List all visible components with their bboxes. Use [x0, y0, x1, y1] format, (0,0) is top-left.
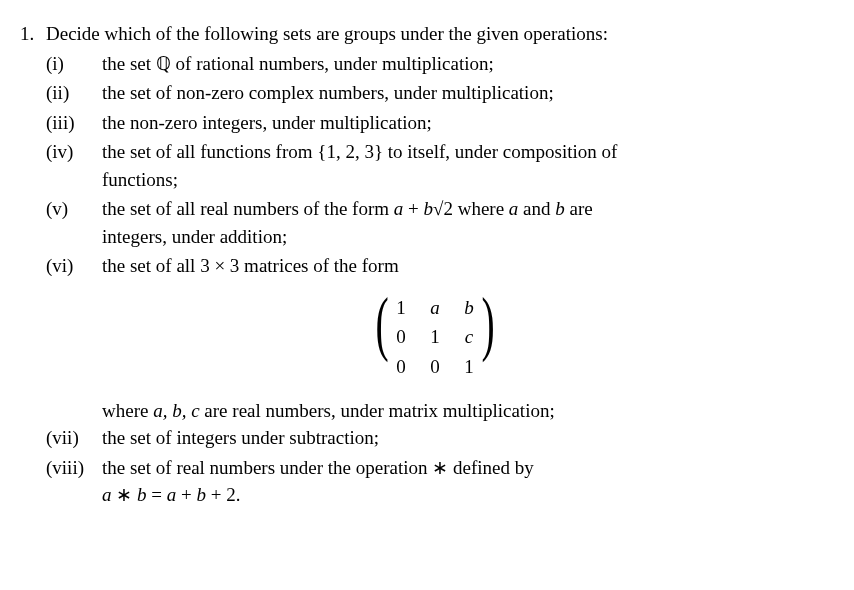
- var-a: a: [394, 198, 404, 219]
- symbol-Q: ℚ: [156, 53, 171, 74]
- item-number: (iii): [46, 109, 102, 137]
- cell: 0: [428, 353, 442, 381]
- matrix-cells: 1 a b 0 1 c 0 0 1: [388, 290, 482, 385]
- line: the set of all functions from {1, 2, 3} …: [102, 138, 824, 166]
- var-a: a: [167, 484, 177, 505]
- text: the set: [102, 53, 156, 74]
- item-viii: (viii) the set of real numbers under the…: [46, 454, 824, 509]
- cell: 0: [394, 353, 408, 381]
- item-text: the set of all 3 × 3 matrices of the for…: [102, 252, 824, 280]
- problem-body: Decide which of the following sets are g…: [46, 20, 824, 511]
- text: + 2.: [206, 484, 240, 505]
- cell: b: [462, 294, 476, 322]
- line: the set of all real numbers of the form …: [102, 195, 824, 223]
- item-i: (i) the set ℚ of rational numbers, under…: [46, 50, 824, 78]
- item-list: (i) the set ℚ of rational numbers, under…: [46, 50, 824, 509]
- var-b: b: [555, 198, 565, 219]
- item-number: (vi): [46, 252, 102, 280]
- item-text: the set of integers under subtraction;: [102, 424, 824, 452]
- item-ii: (ii) the set of non-zero complex numbers…: [46, 79, 824, 107]
- cell: c: [462, 323, 476, 351]
- item-text: the set ℚ of rational numbers, under mul…: [102, 50, 824, 78]
- item-number: (iv): [46, 138, 102, 193]
- line: the set of all 3 × 3 matrices of the for…: [102, 252, 824, 280]
- text: of rational numbers, under multiplicatio…: [171, 53, 494, 74]
- var-a: a: [509, 198, 519, 219]
- text: where: [102, 400, 153, 421]
- cell: 0: [394, 323, 408, 351]
- item-text: the set of real numbers under the operat…: [102, 454, 824, 509]
- item-number: (v): [46, 195, 102, 250]
- line: the set of real numbers under the operat…: [102, 454, 824, 482]
- sqrt2: √2: [433, 198, 453, 219]
- matrix: ( 1 a b 0 1 c 0 0 1 ): [46, 290, 824, 385]
- paren-right-icon: ): [481, 287, 494, 382]
- var-b: b: [423, 198, 433, 219]
- vars: a, b, c: [153, 400, 199, 421]
- line: integers, under addition;: [102, 223, 824, 251]
- op: ∗: [112, 484, 138, 505]
- item-iii: (iii) the non-zero integers, under multi…: [46, 109, 824, 137]
- cell: a: [428, 294, 442, 322]
- text: are real numbers, under matrix multiplic…: [200, 400, 555, 421]
- line: functions;: [102, 166, 824, 194]
- item-number: (viii): [46, 454, 102, 509]
- problem-1: 1. Decide which of the following sets ar…: [20, 20, 824, 511]
- text: +: [403, 198, 423, 219]
- op: +: [176, 484, 196, 505]
- var-b: b: [137, 484, 147, 505]
- equation: a ∗ b = a + b + 2.: [102, 481, 824, 509]
- text: and: [518, 198, 555, 219]
- var-b: b: [196, 484, 206, 505]
- item-number: (ii): [46, 79, 102, 107]
- var-a: a: [102, 484, 112, 505]
- item-vii: (vii) the set of integers under subtract…: [46, 424, 824, 452]
- text: are: [565, 198, 593, 219]
- text: the set of all real numbers of the form: [102, 198, 394, 219]
- item-text: the non-zero integers, under multiplicat…: [102, 109, 824, 137]
- problem-number: 1.: [20, 20, 46, 511]
- paren-left-icon: (: [375, 287, 388, 382]
- item-text: the set of non-zero complex numbers, und…: [102, 79, 824, 107]
- item-number: (i): [46, 50, 102, 78]
- item-vi-after: where a, b, c are real numbers, under ma…: [102, 397, 824, 425]
- op: =: [147, 484, 167, 505]
- cell: 1: [428, 323, 442, 351]
- item-iv: (iv) the set of all functions from {1, 2…: [46, 138, 824, 193]
- cell: 1: [462, 353, 476, 381]
- problem-intro: Decide which of the following sets are g…: [46, 20, 824, 48]
- item-text: the set of all real numbers of the form …: [102, 195, 824, 250]
- item-vi: (vi) the set of all 3 × 3 matrices of th…: [46, 252, 824, 280]
- item-v: (v) the set of all real numbers of the f…: [46, 195, 824, 250]
- cell: 1: [394, 294, 408, 322]
- text: where: [453, 198, 509, 219]
- item-number: (vii): [46, 424, 102, 452]
- item-text: the set of all functions from {1, 2, 3} …: [102, 138, 824, 193]
